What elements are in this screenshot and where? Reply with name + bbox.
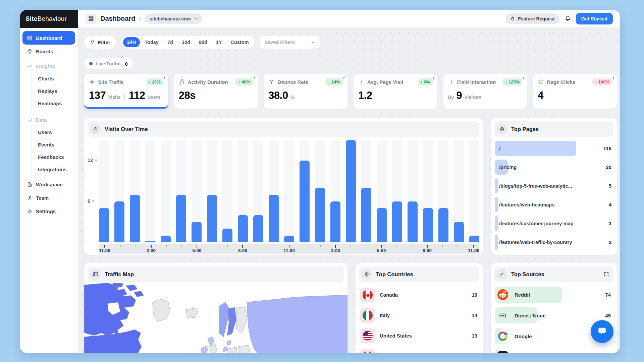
- gear-icon: [27, 208, 33, 214]
- country-row-us[interactable]: United States13: [360, 328, 478, 343]
- x-axis-tick: [458, 245, 458, 247]
- feature-request-button[interactable]: Feature Request: [505, 13, 559, 24]
- eye-icon: [89, 79, 95, 85]
- sidebar-item-feedbacks[interactable]: Feedbacks: [32, 151, 75, 163]
- bar-hour-2:00[interactable]: [145, 241, 155, 242]
- delta-badge: ↑ 40%: [235, 78, 253, 85]
- source-row[interactable]: Direct / None45: [495, 307, 613, 323]
- filter-button[interactable]: Filter: [84, 36, 116, 49]
- saved-filters-label: Saved Filters: [265, 40, 295, 45]
- bar-hour-4:00[interactable]: [176, 195, 186, 242]
- country-row-fr[interactable]: France12: [360, 349, 478, 353]
- bar-hour-12:00[interactable]: [300, 161, 310, 242]
- sidebar-item-workspace[interactable]: Workspace: [22, 178, 75, 191]
- sidebar-item-heatmaps[interactable]: Heatmaps: [32, 97, 75, 110]
- bar-hour-9:00[interactable]: [253, 215, 263, 242]
- sidebar-item-events[interactable]: Events: [32, 138, 75, 151]
- top-page-row[interactable]: /118: [495, 140, 613, 157]
- top-page-row[interactable]: /features/web-heatmaps4: [495, 196, 613, 213]
- country-row-it[interactable]: Italy14: [360, 308, 478, 323]
- brand-bold: Site: [25, 15, 38, 22]
- building-icon: [27, 182, 33, 187]
- bell-icon[interactable]: [564, 15, 571, 22]
- bar-hour-11:00[interactable]: [284, 236, 294, 242]
- site-selector[interactable]: sitebehaviour.com: [145, 13, 202, 24]
- chat-widget-button[interactable]: [591, 320, 613, 343]
- bar-hour-10:00[interactable]: [454, 222, 464, 242]
- bar-hour-3:00[interactable]: [161, 236, 171, 242]
- bar-hour-10:00[interactable]: [269, 195, 279, 242]
- stat-card-avg-page-visit[interactable]: Avg. Page Visit↑ 6%1.2i: [354, 74, 437, 109]
- sidebar-item-charts[interactable]: Charts: [32, 72, 75, 85]
- sidebar-item-dashboard[interactable]: Dashboard: [22, 31, 75, 45]
- x-axis-tick: [212, 245, 213, 247]
- top-page-row[interactable]: /features/customer-journey-map3: [495, 215, 613, 232]
- stat-card-bounce-rate[interactable]: Bounce Rate↓ 14%38.0%i: [264, 74, 347, 109]
- bar-hour-5:00[interactable]: [192, 222, 202, 242]
- bar-hour-5:00[interactable]: [377, 208, 387, 242]
- bar-hour-11:00[interactable]: [99, 208, 109, 242]
- x-axis-cell: 2:00: [331, 245, 340, 254]
- stat-card-field-interaction[interactable]: Field Interaction↑ 125%By9Visitorsi: [443, 74, 527, 109]
- source-row[interactable]: Sitebehaviour.com5: [495, 349, 613, 353]
- top-page-path: /pricing: [499, 165, 517, 170]
- world-traffic-map[interactable]: [84, 283, 347, 353]
- info-icon[interactable]: i: [163, 75, 165, 80]
- expand-icon[interactable]: [604, 272, 609, 277]
- sidebar-item-replays[interactable]: Replays: [32, 85, 75, 97]
- stat-card-rage-clicks[interactable]: Rage Clicks↑ 100%4i: [533, 74, 617, 109]
- bar-hour-1:00[interactable]: [315, 188, 325, 242]
- range-chip-90d[interactable]: 90d: [195, 37, 211, 47]
- x-axis-tick: [381, 245, 382, 248]
- stat-card-site-traffic[interactable]: Site Traffic↑ 13%137Visits|112Usersi: [84, 74, 168, 109]
- info-icon[interactable]: i: [253, 75, 255, 80]
- info-icon[interactable]: i: [343, 75, 344, 80]
- source-row[interactable]: Reddit74: [495, 287, 613, 303]
- sidebar-item-boards[interactable]: Boards: [22, 45, 75, 58]
- country-row-ca[interactable]: Canada19: [360, 287, 478, 302]
- bar-hour-7:00[interactable]: [408, 201, 418, 242]
- bar-hour-2:00[interactable]: [330, 201, 340, 242]
- info-icon[interactable]: i: [522, 75, 524, 80]
- bar-hour-4:00[interactable]: [361, 188, 371, 242]
- y-axis-tick: 6: [88, 198, 94, 204]
- bar-hour-7:00[interactable]: [222, 229, 232, 242]
- bar-hour-8:00[interactable]: [423, 208, 433, 242]
- x-axis-tick: [136, 245, 136, 247]
- range-chip-today[interactable]: Today: [141, 37, 163, 47]
- sidebar-item-integrations[interactable]: Integrations: [32, 163, 75, 176]
- sidebar-item-team[interactable]: Team: [22, 191, 75, 204]
- live-traffic-label: Live Traffic:: [96, 61, 122, 66]
- stat-card-activity-duration[interactable]: Activity Duration↑ 40%28si: [174, 74, 258, 109]
- bar-hour-8:00[interactable]: [238, 215, 248, 242]
- bar-track: [192, 140, 202, 242]
- saved-filters-select[interactable]: Saved Filters: [260, 36, 320, 49]
- it-flag-icon: [363, 310, 373, 320]
- person-icon: [90, 124, 101, 134]
- range-chip-24h[interactable]: 24H: [123, 37, 140, 47]
- info-icon[interactable]: i: [433, 75, 434, 80]
- bar-hour-1:00[interactable]: [130, 195, 140, 242]
- sidebar-item-settings[interactable]: Settings: [22, 204, 75, 218]
- range-chip-1y[interactable]: 1Y: [212, 37, 226, 47]
- flag-chip: [360, 349, 375, 353]
- main-content: Filter 24HToday7d30d90d1YCustom Saved Fi…: [78, 28, 620, 353]
- info-icon[interactable]: i: [612, 75, 614, 80]
- bar-hour-9:00[interactable]: [438, 208, 448, 242]
- x-axis-tick: [227, 245, 228, 247]
- top-page-row[interactable]: /features/web-traffic-by-country2: [495, 234, 613, 250]
- bar-hour-11:00[interactable]: [469, 236, 479, 242]
- range-chip-7d[interactable]: 7d: [163, 37, 177, 47]
- top-page-row[interactable]: /pricing20: [495, 159, 613, 175]
- range-chip-custom[interactable]: Custom: [227, 37, 253, 47]
- bar-hour-6:00[interactable]: [207, 195, 217, 242]
- bar-track: [315, 140, 325, 242]
- range-chip-30d[interactable]: 30d: [178, 37, 194, 47]
- bar-hour-12:00[interactable]: [114, 201, 124, 242]
- sidebar-item-users[interactable]: Users: [32, 126, 75, 138]
- top-page-row[interactable]: /blogs/top-5-free-web-analytic...5: [495, 178, 613, 194]
- get-started-button[interactable]: Get Started: [576, 13, 613, 24]
- sidebar-item-label: Dashboard: [36, 35, 62, 41]
- bar-hour-3:00[interactable]: [346, 140, 356, 242]
- bar-hour-6:00[interactable]: [392, 201, 402, 242]
